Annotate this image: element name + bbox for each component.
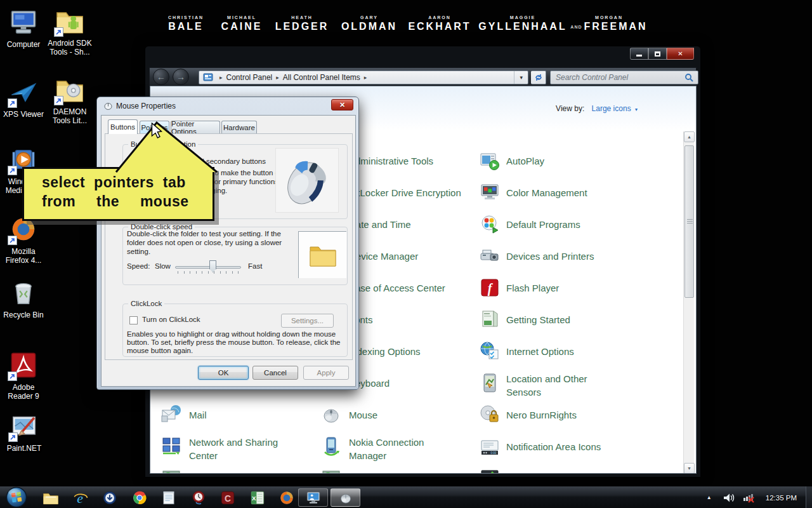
cp-item-bitlocker-drive-encryption[interactable]: BitLocker Drive Encryption: [349, 186, 461, 199]
Getting Started-icon[interactable]: [480, 309, 500, 330]
desktop-icon-paint-net[interactable]: Paint.NET: [0, 411, 55, 453]
cp-item-internet-options[interactable]: Internet Options: [506, 345, 574, 358]
desktop-icon-mozilla[interactable]: MozillaFirefox 4...: [0, 215, 54, 265]
dialog-title-bar[interactable]: Mouse Properties: [103, 101, 176, 110]
desktop-icon-label: Recycle Bin: [0, 311, 54, 320]
scrollbar-thumb[interactable]: [684, 145, 694, 298]
taskbar-comodo[interactable]: C: [219, 489, 237, 507]
Devices and Printers-icon[interactable]: [480, 246, 500, 266]
Mouse-icon[interactable]: [321, 404, 341, 425]
scroll-down-button[interactable]: ▼: [684, 463, 695, 474]
Network and Sharing Center-icon[interactable]: [161, 436, 181, 457]
scroll-up-button[interactable]: ▲: [684, 131, 695, 142]
speed-slider-track[interactable]: [175, 266, 241, 269]
cast-prefix: AND: [570, 25, 582, 29]
item-icon[interactable]: [321, 468, 341, 474]
Location and Other Sensors-icon[interactable]: [480, 373, 500, 393]
clicklock-checkbox[interactable]: [129, 316, 138, 324]
taskbar-timer[interactable]: [190, 489, 207, 507]
back-button[interactable]: ←: [153, 69, 169, 85]
desktop-icon-android-sdk[interactable]: Android SDKTools - Sh...: [39, 6, 100, 57]
minimize-icon: [636, 55, 642, 57]
show-hidden-icons-button[interactable]: ▲: [707, 495, 712, 500]
search-input[interactable]: Search Control Panel: [550, 70, 698, 84]
taskbar-excel[interactable]: X: [249, 489, 266, 507]
Mail-icon[interactable]: [161, 404, 181, 425]
start-button[interactable]: [5, 486, 28, 508]
minimize-button[interactable]: [630, 48, 648, 60]
cp-item-administrative-tools[interactable]: Administrative Tools: [349, 154, 433, 168]
cp-item-default-programs[interactable]: Default Programs: [506, 218, 580, 231]
cp-item-nokia-connection-manager[interactable]: Nokia ConnectionManager: [349, 436, 424, 462]
apply-button[interactable]: Apply: [303, 366, 349, 380]
search-icon[interactable]: [684, 73, 694, 83]
Internet Options-icon[interactable]: [480, 341, 500, 361]
cp-item-location-and-other-sensors[interactable]: Location and OtherSensors: [506, 372, 587, 399]
breadcrumb-control-panel[interactable]: Control Panel: [226, 73, 273, 82]
Performance Information-icon[interactable]: [480, 468, 500, 474]
refresh-button[interactable]: [531, 70, 546, 84]
show-desktop-button[interactable]: [806, 486, 812, 508]
ok-button[interactable]: OK: [198, 366, 249, 380]
Default Programs-icon[interactable]: [480, 214, 500, 234]
taskbar-clock[interactable]: 12:35 PM: [766, 494, 797, 502]
Flash Player-icon[interactable]: f: [480, 277, 500, 298]
taskbar-firefox[interactable]: [278, 489, 296, 507]
dialog-close-button[interactable]: ✕: [331, 99, 353, 110]
maximize-button[interactable]: [648, 48, 667, 60]
taskbar-download-manager[interactable]: [101, 489, 119, 507]
cast-name: HEATHLEDGER: [275, 15, 329, 32]
cp-item-mouse[interactable]: Mouse: [349, 408, 377, 422]
desktop-icon-adobe[interactable]: AdobeReader 9: [0, 351, 54, 401]
taskbar-button-mouse-properties-window[interactable]: [331, 488, 360, 507]
item-icon[interactable]: [161, 468, 181, 474]
forward-button[interactable]: →: [173, 69, 189, 85]
network-error-icon[interactable]: [743, 492, 756, 503]
devices-and-printers-icon: [480, 246, 500, 266]
scrollbar[interactable]: ▲ ▼: [683, 131, 694, 474]
double-click-test-area[interactable]: [298, 231, 346, 278]
taskbar-notepad[interactable]: [160, 489, 178, 507]
breadcrumb-all-items[interactable]: All Control Panel Items: [283, 73, 360, 82]
Nero BurnRights-icon[interactable]: [480, 404, 500, 425]
cp-item-network-and-sharing-center[interactable]: Network and SharingCenter: [189, 436, 278, 462]
cp-item-device-manager[interactable]: Device Manager: [349, 250, 418, 263]
Color Management-icon[interactable]: [480, 182, 500, 203]
cp-item-ease-of-access-center[interactable]: Ease of Access Center: [349, 281, 445, 295]
cp-item-color-management[interactable]: Color Management: [506, 186, 587, 199]
cp-item-indexing-options[interactable]: Indexing Options: [349, 345, 421, 358]
cancel-button[interactable]: Cancel: [252, 366, 298, 380]
shortcut-arrow-icon: [8, 236, 17, 245]
cp-item-nero-burnrights[interactable]: Nero BurnRights: [506, 408, 577, 422]
description-line: Double-click the folder to test your set…: [127, 230, 281, 237]
test-folder-icon[interactable]: [309, 242, 337, 267]
tab-hardware[interactable]: Hardware: [221, 121, 257, 133]
cp-item-notification-area-icons[interactable]: Notification Area Icons: [506, 440, 601, 453]
address-dropdown-icon[interactable]: ▾: [514, 71, 528, 84]
volume-icon[interactable]: [723, 493, 735, 503]
taskbar-internet-explorer[interactable]: e: [72, 489, 89, 507]
cp-item-flash-player[interactable]: Flash Player: [506, 281, 559, 295]
cp-item-performance-information[interactable]: Performance Information: [506, 472, 611, 474]
taskbar-chrome[interactable]: [131, 489, 148, 507]
AutoPlay-icon[interactable]: [480, 150, 500, 171]
view-by-dropdown-icon[interactable]: ▾: [635, 107, 638, 112]
Nokia Connection Manager-icon[interactable]: [321, 436, 341, 457]
cp-item-mail[interactable]: Mail: [189, 408, 207, 422]
taskbar-button-control-panel-window[interactable]: [298, 488, 328, 507]
cp-item-devices-and-printers[interactable]: Devices and Printers: [506, 250, 594, 263]
address-bar[interactable]: ▸ Control Panel ▸ All Control Panel Item…: [199, 70, 528, 84]
desktop-icon-recycle-bin[interactable]: Recycle Bin: [0, 278, 54, 320]
cast-name: MORGANANDFREEMAN: [570, 15, 647, 32]
clicklock-settings-button[interactable]: Settings...: [281, 314, 334, 328]
Notification Area Icons-icon[interactable]: 0:00: [480, 436, 500, 457]
desktop-icon-daemon[interactable]: DAEMONTools Lit...: [39, 75, 100, 125]
close-button[interactable]: ✕: [667, 48, 694, 60]
view-by-value[interactable]: Large icons: [592, 104, 631, 113]
taskbar-windows-explorer[interactable]: [42, 489, 60, 507]
cp-item-getting-started[interactable]: Getting Started: [506, 313, 570, 326]
cp-item-autoplay[interactable]: AutoPlay: [506, 154, 544, 168]
clicklock-label[interactable]: Turn on ClickLock: [142, 316, 200, 323]
title-bar[interactable]: ✕: [145, 46, 700, 67]
partially-visible-item-icon: [161, 468, 181, 474]
